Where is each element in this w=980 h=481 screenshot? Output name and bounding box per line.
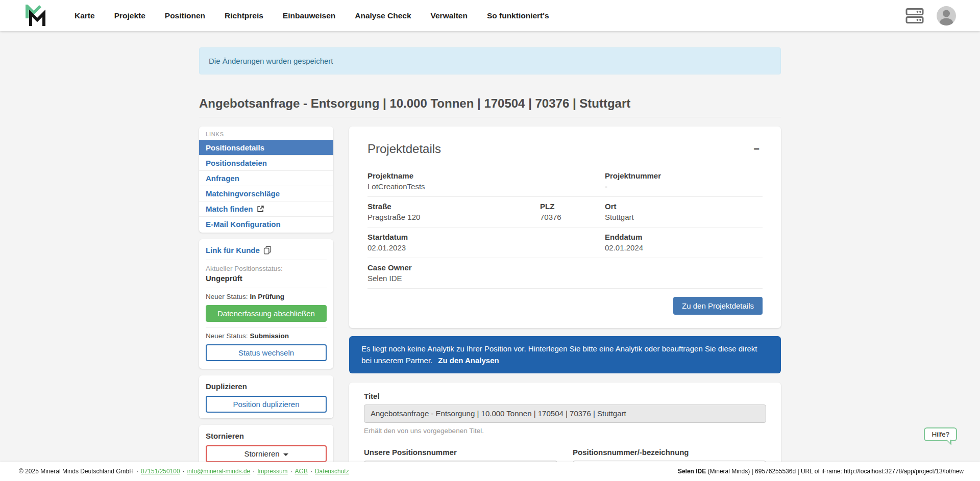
footer-agb-link[interactable]: AGB: [295, 468, 308, 475]
project-row-name-number: Projektname LotCreationTests Projektnumm…: [368, 166, 763, 196]
go-to-project-details-button[interactable]: Zu den Projektdetails: [673, 297, 763, 315]
new-status-label: Neuer Status:: [206, 332, 248, 340]
position-number-label: Positionsnummer/-bezeichnung: [573, 448, 766, 457]
footer-separator: ·: [183, 468, 185, 475]
footer-separator: ·: [253, 468, 255, 475]
nav-item-positionen[interactable]: Positionen: [165, 11, 205, 20]
session-user: Selen IDE: [678, 468, 706, 475]
plz-label: PLZ: [540, 202, 605, 211]
user-avatar-icon[interactable]: [936, 6, 957, 26]
duplicate-position-button[interactable]: Position duplizieren: [206, 396, 327, 413]
go-to-analyses-link[interactable]: Zu den Analysen: [438, 356, 499, 365]
sidebar-item-label: Matchingvorschläge: [206, 189, 280, 198]
footer-phone-link[interactable]: 07151/250100: [141, 468, 180, 475]
project-details-card: Projektdetails − Projektname LotCreation…: [349, 126, 781, 328]
enddatum-label: Enddatum: [605, 233, 763, 241]
footer-left: © 2025 Mineral Minds Deutschland GmbH · …: [19, 468, 349, 475]
sidebar-item-positionsdateien[interactable]: Positionsdateien: [199, 155, 333, 170]
new-status-block-1: Neuer Status:In Prüfung Datenerfassung a…: [206, 288, 327, 327]
project-details-title: Projektdetails: [368, 142, 441, 156]
analytics-info-banner: Es liegt noch keine Analytik zu Ihrer Po…: [349, 336, 781, 373]
sidebar-item-email-konfiguration[interactable]: E-Mail Konfiguration: [199, 216, 333, 232]
sidebar-item-anfragen[interactable]: Anfragen: [199, 170, 333, 186]
footer-datenschutz-link[interactable]: Datenschutz: [315, 468, 349, 475]
main-nav: Karte Projekte Positionen Richtpreis Ein…: [75, 11, 549, 20]
links-panel: LINKS Positionsdetails Positionsdateien …: [199, 126, 333, 233]
nav-item-so-funktionierts[interactable]: So funktioniert's: [487, 11, 549, 20]
duplicate-panel: Duplizieren Position duplizieren: [199, 375, 333, 418]
current-status-block: Aktueller Positionsstatus: Ungeprüft: [206, 260, 327, 288]
project-row-address: Straße Pragstraße 120 PLZ 70376 Ort Stut…: [368, 196, 763, 227]
sidebar-item-positionsdetails[interactable]: Positionsdetails: [199, 140, 333, 155]
projektnummer-label: Projektnummer: [605, 171, 763, 180]
case-owner-label: Case Owner: [368, 263, 763, 272]
footer-separator: ·: [310, 468, 312, 475]
footer-copyright: © 2025 Mineral Minds Deutschland GmbH: [19, 468, 134, 475]
nav-item-richtpreis[interactable]: Richtpreis: [225, 11, 263, 20]
case-owner-value: Selen IDE: [368, 274, 763, 283]
duplicate-panel-title: Duplizieren: [206, 382, 327, 391]
cancel-button-label: Stornieren: [244, 449, 279, 458]
footer: © 2025 Mineral Minds Deutschland GmbH · …: [0, 462, 980, 481]
footer-session-info: Selen IDE (Mineral Minds) | 69576255536d…: [678, 468, 964, 475]
sidebar-item-label: Match finden: [206, 205, 253, 213]
complete-data-entry-button[interactable]: Datenerfassung abschließen: [206, 305, 327, 322]
nav-item-analyse-check[interactable]: Analyse Check: [355, 11, 411, 20]
save-success-alert: Die Änderungen wurden gespeichert: [199, 47, 781, 74]
sidebar-item-match-finden[interactable]: Match finden: [199, 201, 333, 216]
status-panel: Link für Kunde Aktueller Positionsstatus…: [199, 239, 333, 369]
collapse-card-button[interactable]: −: [750, 142, 763, 156]
current-status-value: Ungeprüft: [206, 274, 327, 283]
projektname-label: Projektname: [368, 171, 605, 180]
strasse-label: Straße: [368, 202, 540, 211]
customer-link[interactable]: Link für Kunde: [206, 245, 327, 260]
nav-item-einbauweisen[interactable]: Einbauweisen: [283, 11, 335, 20]
new-status-block-2: Neuer Status:Submission Status wechseln: [206, 327, 327, 363]
server-icon[interactable]: [905, 7, 924, 24]
titel-helper: Erhält den von uns vorgegebenen Titel.: [364, 427, 766, 435]
sidebar: LINKS Positionsdetails Positionsdateien …: [199, 126, 333, 468]
customer-link-label: Link für Kunde: [206, 246, 260, 255]
caret-down-icon: [283, 453, 288, 456]
titel-label: Titel: [364, 392, 766, 400]
external-link-icon: [257, 205, 264, 213]
sidebar-item-label: Anfragen: [206, 174, 239, 183]
top-navbar: Karte Projekte Positionen Richtpreis Ein…: [0, 0, 980, 31]
startdatum-value: 02.01.2023: [368, 243, 605, 252]
help-button[interactable]: Hilfe?: [924, 427, 957, 441]
our-position-number-label: Unsere Positionsnummer: [364, 448, 557, 457]
footer-separator: ·: [136, 468, 138, 475]
logo-icon: [23, 5, 47, 27]
sidebar-item-label: Positionsdetails: [206, 143, 264, 152]
cancel-panel-title: Stornieren: [206, 432, 327, 440]
footer-email-link[interactable]: info@mineral-minds.de: [187, 468, 251, 475]
new-status-value: Submission: [250, 332, 289, 340]
nav-item-projekte[interactable]: Projekte: [114, 11, 145, 20]
footer-impressum-link[interactable]: Impressum: [257, 468, 287, 475]
links-panel-header: LINKS: [199, 126, 333, 140]
new-status-value: In Prüfung: [250, 293, 285, 300]
session-details: (Mineral Minds) | 69576255536d | URL of …: [706, 468, 964, 475]
projektnummer-value: -: [605, 182, 763, 191]
nav-item-karte[interactable]: Karte: [75, 11, 95, 20]
mineral-minds-logo[interactable]: [23, 5, 47, 27]
titel-input: [364, 404, 766, 423]
strasse-value: Pragstraße 120: [368, 213, 540, 221]
enddatum-value: 02.01.2024: [605, 243, 763, 252]
analytics-banner-text: Es liegt noch keine Analytik zu Ihrer Po…: [361, 344, 757, 365]
sidebar-item-label: E-Mail Konfiguration: [206, 220, 281, 229]
projektname-value: LotCreationTests: [368, 182, 605, 191]
copy-icon: [263, 246, 272, 255]
footer-separator: ·: [290, 468, 292, 475]
main-content: Projektdetails − Projektname LotCreation…: [349, 126, 781, 481]
alert-message: Die Änderungen wurden gespeichert: [209, 57, 333, 65]
page-title: Angebotsanfrage - Entsorgung | 10.000 To…: [199, 96, 781, 117]
project-row-dates: Startdatum 02.01.2023 Enddatum 02.01.202…: [368, 227, 763, 258]
ort-value: Stuttgart: [605, 213, 763, 221]
nav-item-verwalten[interactable]: Verwalten: [431, 11, 468, 20]
plz-value: 70376: [540, 213, 605, 221]
startdatum-label: Startdatum: [368, 233, 605, 241]
sidebar-item-matchingvorschlaege[interactable]: Matchingvorschläge: [199, 186, 333, 201]
switch-status-button[interactable]: Status wechseln: [206, 344, 327, 361]
cancel-dropdown-button[interactable]: Stornieren: [206, 445, 327, 462]
